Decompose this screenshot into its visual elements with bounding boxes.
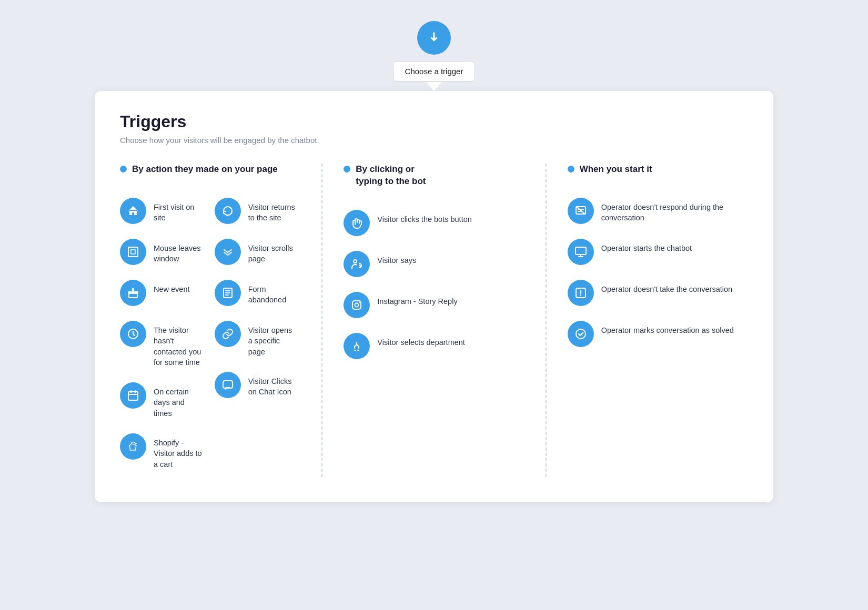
operator-no-take-label: Operator doesn't take the conversation [601, 280, 732, 294]
scroll-icon [221, 246, 234, 258]
touch-icon [350, 217, 363, 229]
trigger-operator-no-take[interactable]: Operator doesn't take the conversation [568, 272, 748, 313]
solved-icon [574, 328, 587, 340]
operator-marks-label: Operator marks conversation as solved [601, 321, 734, 336]
certain-days-icon-circle [120, 382, 146, 409]
expand-icon [127, 246, 139, 258]
svg-rect-13 [576, 247, 586, 255]
column-dot-start [568, 166, 574, 172]
visitor-clicks-bot-label: Visitor clicks the bots button [377, 210, 471, 225]
column-action: By action they made on your page First v… [120, 164, 322, 477]
column-start-title: When you start it [580, 164, 652, 176]
column-click: By clicking ortyping to the bot Visitor … [344, 164, 546, 477]
new-event-icon-circle [120, 280, 146, 306]
action-col-right: Visitor returns to the site Visitor scro… [210, 190, 301, 477]
svg-point-10 [359, 302, 360, 303]
trigger-visitor-department[interactable]: Visitor selects department [344, 326, 524, 367]
form-abandoned-label: Form abandoned [248, 280, 297, 306]
first-visit-icon-circle [120, 198, 146, 224]
fork-icon [350, 340, 363, 352]
trigger-first-visit[interactable]: First visit on site [120, 190, 206, 231]
operator-no-respond-label: Operator doesn't respond during the conv… [601, 198, 744, 223]
trigger-operator-no-respond[interactable]: Operator doesn't respond during the conv… [568, 190, 748, 231]
trigger-operator-marks[interactable]: Operator marks conversation as solved [568, 313, 748, 354]
column-action-title: By action they made on your page [132, 164, 278, 176]
visitor-clicks-bot-icon-circle [344, 210, 370, 236]
trigger-operator-starts[interactable]: Operator starts the chatbot [568, 231, 748, 272]
trigger-shopify[interactable]: Shopify - Visitor adds to a cart [120, 426, 206, 477]
exclamation-icon [574, 287, 587, 299]
visitor-hasnt-icon-circle [120, 321, 146, 347]
visitor-department-label: Visitor selects department [377, 333, 465, 348]
svg-point-15 [576, 329, 586, 339]
panel-subtitle: Choose how your visitors will be engaged… [120, 136, 748, 145]
panel-title: Triggers [120, 112, 748, 131]
calendar-icon [127, 389, 139, 402]
trigger-visitor-clicks-bot[interactable]: Visitor clicks the bots button [344, 202, 524, 243]
home-icon [127, 205, 139, 217]
form-icon [221, 287, 234, 299]
trigger-specific-page[interactable]: Visitor opens a specific page [215, 313, 301, 364]
mouse-leaves-icon-circle [120, 239, 146, 265]
visitor-scrolls-icon-circle [215, 239, 241, 265]
operator-starts-label: Operator starts the chatbot [601, 239, 692, 253]
trigger-new-event[interactable]: New event [120, 272, 206, 313]
trigger-mouse-leaves[interactable]: Mouse leaves window [120, 231, 206, 272]
instagram-label: Instagram - Story Reply [377, 292, 457, 307]
refresh-icon [221, 205, 234, 217]
instagram-icon-circle [344, 292, 370, 318]
column-dot-action [120, 166, 127, 172]
action-col-left: First visit on site Mouse leaves window [120, 190, 210, 477]
link-icon [221, 328, 234, 340]
trigger-visitor-hasnt[interactable]: The visitor hasn't contacted you for som… [120, 313, 206, 375]
svg-point-9 [355, 303, 359, 307]
column-action-header: By action they made on your page [120, 164, 300, 176]
visitor-returns-label: Visitor returns to the site [248, 198, 297, 223]
column-click-title: By clicking ortyping to the bot [356, 164, 426, 188]
column-dot-click [344, 166, 350, 172]
gift-icon [127, 287, 139, 299]
visitor-department-icon-circle [344, 333, 370, 359]
trigger-chat-icon[interactable]: Visitor Clicks on Chat Icon [215, 364, 301, 405]
trigger-visitor-returns[interactable]: Visitor returns to the site [215, 190, 301, 231]
column-start-header: When you start it [568, 164, 748, 176]
operator-no-take-icon-circle [568, 280, 594, 306]
shopify-icon [127, 440, 139, 453]
trigger-visitor-says[interactable]: Visitor says [344, 243, 524, 284]
visitor-says-label: Visitor says [377, 251, 416, 266]
trigger-visitor-scrolls[interactable]: Visitor scrolls page [215, 231, 301, 272]
visitor-hasnt-label: The visitor hasn't contacted you for som… [154, 321, 202, 368]
svg-point-7 [354, 260, 357, 263]
operator-starts-icon-circle [568, 239, 594, 265]
trigger-instagram[interactable]: Instagram - Story Reply [344, 284, 524, 326]
svg-rect-4 [128, 392, 138, 400]
arrow-down-icon [427, 30, 441, 45]
shopify-icon-circle [120, 433, 146, 460]
no-chat-icon [574, 205, 587, 217]
visitor-scrolls-label: Visitor scrolls page [248, 239, 297, 265]
arrow-down-button[interactable] [417, 21, 451, 55]
instagram-icon [350, 299, 363, 311]
visitor-says-icon-circle [344, 251, 370, 277]
top-arrow-section: Choose a trigger [393, 21, 476, 91]
choose-trigger-button[interactable]: Choose a trigger [393, 61, 476, 82]
triangle-pointer [427, 82, 441, 92]
monitor-icon [574, 246, 587, 258]
triggers-panel: Triggers Choose how your visitors will b… [95, 91, 773, 502]
trigger-form-abandoned[interactable]: Form abandoned [215, 272, 301, 313]
specific-page-label: Visitor opens a specific page [248, 321, 297, 357]
column-start: When you start it Operator doesn't respo… [568, 164, 748, 477]
form-abandoned-icon-circle [215, 280, 241, 306]
new-event-label: New event [154, 280, 190, 294]
first-visit-label: First visit on site [154, 198, 202, 223]
mouse-leaves-label: Mouse leaves window [154, 239, 202, 265]
visitor-returns-icon-circle [215, 198, 241, 224]
action-grid-wrapper: First visit on site Mouse leaves window [120, 190, 300, 477]
columns-wrapper: By action they made on your page First v… [120, 164, 748, 477]
operator-no-respond-icon-circle [568, 198, 594, 224]
clock-icon [127, 328, 139, 340]
certain-days-label: On certain days and times [154, 382, 202, 419]
trigger-certain-days[interactable]: On certain days and times [120, 375, 206, 426]
column-click-header: By clicking ortyping to the bot [344, 164, 524, 188]
svg-line-12 [577, 207, 585, 214]
